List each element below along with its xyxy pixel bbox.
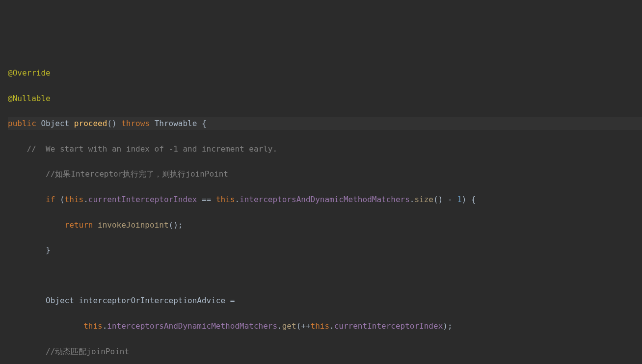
code-line: return invokeJoinpoint(); <box>8 219 642 232</box>
field: currentInterceptorIndex <box>334 321 443 331</box>
number: 1 <box>457 195 462 204</box>
keyword: throws <box>117 119 155 128</box>
code-line: // We start with an index of -1 and incr… <box>8 143 642 156</box>
annotation: @Nullable <box>8 94 51 103</box>
type: Object <box>36 119 74 128</box>
code-editor[interactable]: @Override @Nullable public Object procee… <box>0 54 642 364</box>
field: currentInterceptorIndex <box>88 195 197 204</box>
code-line-current: public Object proceed() throws Throwable… <box>8 117 642 130</box>
code-line: Object interceptorOrInterceptionAdvice = <box>8 294 642 307</box>
keyword: return <box>65 220 98 230</box>
comment: // We start with an index of -1 and incr… <box>8 144 277 154</box>
code-line: //动态匹配joinPoint <box>8 345 642 358</box>
this-keyword: this <box>311 321 330 331</box>
code-line: @Nullable <box>8 92 642 105</box>
code-line: if (this.currentInterceptorIndex == this… <box>8 193 642 206</box>
code-line: } <box>8 244 642 257</box>
method-call: get <box>282 321 296 331</box>
this-keyword: this <box>83 321 103 331</box>
method-call: size <box>414 195 433 204</box>
method-call: invokeJoinpoint <box>98 220 169 230</box>
code-line: //如果Interceptor执行完了，则执行joinPoint <box>8 168 642 181</box>
this-keyword: this <box>216 195 235 204</box>
code-line: @Override <box>8 67 642 79</box>
keyword: if <box>46 195 60 204</box>
field: interceptorsAndDynamicMethodMatchers <box>240 195 410 204</box>
throws-type: Throwable { <box>155 119 207 128</box>
code-line: this.interceptorsAndDynamicMethodMatcher… <box>8 320 642 333</box>
field: interceptorsAndDynamicMethodMatchers <box>107 321 277 331</box>
comment: //动态匹配joinPoint <box>8 347 129 356</box>
parens: () <box>107 119 116 128</box>
comment: //如果Interceptor执行完了，则执行joinPoint <box>8 169 228 179</box>
keyword: public <box>8 119 36 128</box>
this-keyword: this <box>65 195 84 204</box>
code-line <box>8 269 642 282</box>
method-declaration: proceed <box>74 119 107 128</box>
annotation: @Override <box>8 68 51 78</box>
